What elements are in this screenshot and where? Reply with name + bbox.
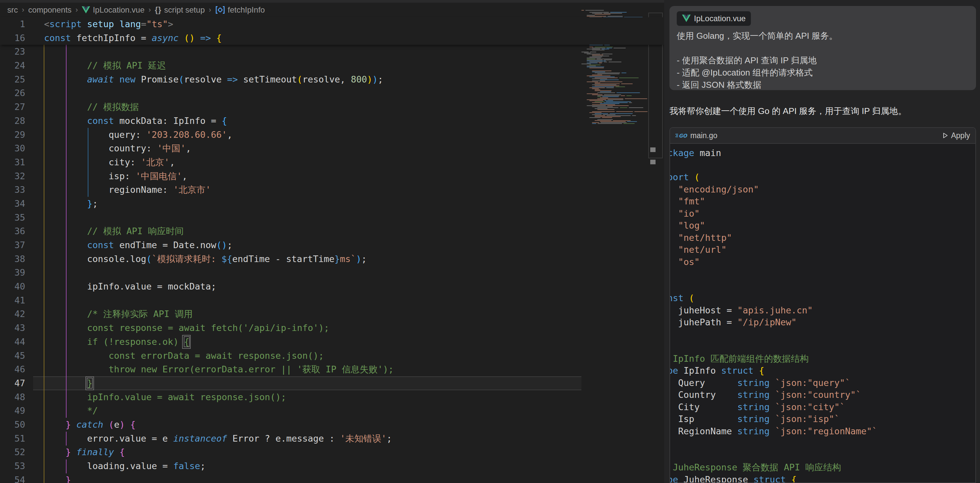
code-line-42[interactable]: 42 /* 注释掉实际 API 调用 bbox=[0, 307, 664, 321]
code-token: isp: bbox=[44, 171, 135, 181]
code-line-54[interactable]: 54 } bbox=[0, 473, 664, 483]
line-number: 34 bbox=[0, 197, 25, 211]
code-line-32[interactable]: 32 isp: '中国电信', bbox=[0, 169, 664, 183]
code-line-38[interactable]: 38 console.log(`模拟请求耗时: ${endTime - star… bbox=[0, 252, 664, 266]
code-token: '中国' bbox=[157, 143, 186, 153]
code-line-48[interactable]: 48 ipInfo.value = await response.json(); bbox=[0, 390, 664, 404]
code-line-53[interactable]: 53 loading.value = false; bbox=[0, 459, 664, 473]
braces-icon: {} bbox=[155, 6, 162, 14]
minimap-segment bbox=[587, 81, 598, 82]
code-token: throw new Error(errorData.error || '获取 I… bbox=[44, 364, 394, 375]
code-line-36[interactable]: 36 // 模拟 API 响应时间 bbox=[0, 224, 664, 238]
code-line-25[interactable]: 25 await new Promise(resolve => setTimeo… bbox=[0, 73, 664, 86]
minimap-segment bbox=[604, 60, 612, 60]
code-token: regionName: bbox=[44, 185, 173, 195]
code-block-line: Query string `json:"query"` bbox=[670, 377, 973, 389]
minimap-segment bbox=[609, 62, 621, 62]
minimap-line bbox=[581, 46, 648, 46]
code-token bbox=[670, 208, 678, 218]
code-token: mockData: IpInfo = bbox=[114, 116, 221, 126]
code-line-46[interactable]: 46 throw new Error(errorData.error || '获… bbox=[0, 362, 664, 376]
minimap-line bbox=[592, 84, 648, 85]
code-line-52[interactable]: 52 } finally { bbox=[0, 445, 664, 459]
line-content: await new Promise(resolve => setTimeout(… bbox=[44, 73, 383, 86]
minimap-line bbox=[581, 52, 648, 53]
breadcrumb-item-src[interactable]: src bbox=[7, 5, 18, 14]
code-token bbox=[178, 33, 184, 43]
code-block-line bbox=[670, 341, 973, 353]
code-line-31[interactable]: 31 city: '北京', bbox=[0, 155, 664, 169]
minimap-segment bbox=[592, 72, 605, 72]
code-line-30[interactable]: 30 country: '中国', bbox=[0, 142, 664, 155]
code-line-39[interactable]: 39 bbox=[0, 266, 664, 280]
minimap-line bbox=[600, 80, 648, 80]
minimap-segment bbox=[602, 96, 619, 97]
code-token: 800 bbox=[351, 74, 367, 84]
code-token: ; bbox=[378, 74, 383, 84]
line-number: 23 bbox=[0, 45, 25, 59]
code-block-line: } bbox=[670, 437, 973, 450]
code-block-body: package mainimport ( "encoding/json" "fm… bbox=[670, 144, 975, 482]
context-file-chip[interactable]: IpLocation.vue bbox=[677, 11, 751, 26]
breadcrumb-item-fetchipinfo[interactable]: fetchIpInfo bbox=[215, 5, 265, 14]
minimap-segment bbox=[597, 109, 614, 110]
breadcrumb-label: src bbox=[7, 5, 18, 14]
user-message: IpLocation.vue 使用 Golang，实现一个简单的 API 服务。… bbox=[670, 6, 976, 90]
minimap-line bbox=[587, 75, 648, 76]
code-line-37[interactable]: 37 const endTime = Date.now(); bbox=[0, 238, 664, 252]
code-line-43[interactable]: 43 const response = await fetch('/api/ip… bbox=[0, 321, 664, 335]
line-content: // 模拟数据 bbox=[44, 100, 139, 114]
code-line-23[interactable]: 23 bbox=[0, 45, 664, 59]
code-line-51[interactable]: 51 error.value = e instanceof Error ? e.… bbox=[0, 432, 664, 446]
vue-icon bbox=[682, 14, 690, 22]
code-token: JuheResponse bbox=[678, 474, 754, 483]
minimap-segment bbox=[600, 81, 622, 82]
code-token bbox=[44, 226, 87, 236]
minimap-line bbox=[597, 73, 648, 74]
code-line-24[interactable]: 24 // 模拟 API 延迟 bbox=[0, 59, 664, 73]
code-line-50[interactable]: 50 } catch (e) { bbox=[0, 418, 664, 432]
code-line-44[interactable]: 44 if (!response.ok) { bbox=[0, 335, 664, 349]
breadcrumb-item-script-setup[interactable]: {}script setup bbox=[155, 5, 205, 14]
code-line-40[interactable]: 40 ipInfo.value = mockData; bbox=[0, 280, 664, 293]
breadcrumb-item-iplocation-vue[interactable]: IpLocation.vue bbox=[82, 5, 144, 14]
code-line-27[interactable]: 27 // 模拟数据 bbox=[0, 100, 664, 114]
line-number: 46 bbox=[0, 362, 25, 376]
minimap-line bbox=[592, 72, 648, 72]
minimap-segment bbox=[589, 65, 601, 65]
code-line-47[interactable]: 47 } bbox=[0, 376, 664, 390]
code-token bbox=[770, 426, 775, 436]
code-line-33[interactable]: 33 regionName: '北京市' bbox=[0, 183, 664, 197]
line-number: 41 bbox=[0, 293, 25, 308]
breadcrumb-item-components[interactable]: components bbox=[28, 5, 72, 14]
code-line-1[interactable]: 1<script setup lang="ts"> bbox=[0, 17, 664, 31]
code-line-45[interactable]: 45 const errorData = await response.json… bbox=[0, 349, 664, 363]
code-line-49[interactable]: 49 */ bbox=[0, 404, 664, 418]
minimap-line bbox=[592, 70, 648, 71]
code-editor[interactable]: src›components›IpLocation.vue›{}script s… bbox=[0, 0, 664, 483]
code-token: ( bbox=[694, 172, 700, 182]
code-token: ; bbox=[387, 433, 392, 443]
code-token bbox=[44, 102, 87, 112]
sticky-scroll-lines[interactable]: 1<script setup lang="ts">16const fetchIp… bbox=[0, 17, 664, 45]
code-token: ; bbox=[227, 240, 232, 250]
vue-icon bbox=[82, 6, 90, 14]
code-token: resolve, bbox=[302, 74, 351, 84]
line-content: const mockData: IpInfo = { bbox=[44, 114, 227, 128]
code-line-34[interactable]: 34 }; bbox=[0, 197, 664, 211]
code-line-28[interactable]: 28 const mockData: IpInfo = { bbox=[0, 114, 664, 128]
code-block-line: ) bbox=[670, 268, 973, 280]
code-token: if (!response.ok) bbox=[44, 336, 184, 347]
apply-button[interactable]: Apply bbox=[943, 131, 970, 140]
code-lines[interactable]: 2324 // 模拟 API 延迟25 await new Promise(re… bbox=[0, 45, 664, 483]
code-line-29[interactable]: 29 query: '203.208.60.66', bbox=[0, 128, 664, 142]
code-line-41[interactable]: 41 bbox=[0, 293, 664, 308]
code-line-26[interactable]: 26 bbox=[0, 86, 664, 100]
minimap-line bbox=[597, 107, 648, 108]
code-line-16[interactable]: 16const fetchIpInfo = async () => { bbox=[0, 31, 664, 45]
scrollbar[interactable] bbox=[648, 0, 663, 483]
minimap-line bbox=[581, 51, 648, 51]
code-line-35[interactable]: 35 bbox=[0, 211, 664, 225]
code-block-line: const ( bbox=[670, 292, 973, 304]
minimap-line bbox=[589, 117, 648, 118]
